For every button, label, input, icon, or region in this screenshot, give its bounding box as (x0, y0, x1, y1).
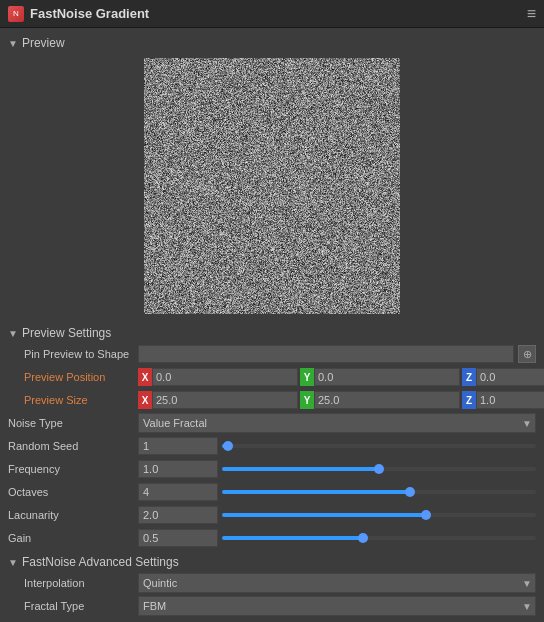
preview-size-label: Preview Size (8, 394, 138, 406)
preview-settings-label: Preview Settings (22, 326, 111, 340)
preview-size-control: X Y Z (138, 391, 544, 409)
pin-preview-control: ⊕ (138, 345, 536, 363)
gain-thumb[interactable] (358, 533, 368, 543)
pos-x-label: X (138, 368, 152, 386)
pos-z-input[interactable] (476, 368, 544, 386)
pin-preview-input[interactable] (138, 345, 514, 363)
size-x-label: X (138, 391, 152, 409)
preview-settings-header[interactable]: ▼ Preview Settings (8, 322, 536, 344)
preview-size-row: Preview Size X Y Z (8, 390, 536, 410)
octaves-label: Octaves (8, 486, 138, 498)
size-z-field: Z (462, 391, 544, 409)
size-x-field: X (138, 391, 298, 409)
pin-preview-row: Pin Preview to Shape ⊕ (8, 344, 536, 364)
frequency-track[interactable] (222, 467, 536, 471)
octaves-input[interactable] (138, 483, 218, 501)
xyz-size-row: X Y Z (138, 391, 544, 409)
interpolation-select[interactable]: Quintic Linear Hermite (138, 573, 536, 593)
frequency-input[interactable] (138, 460, 218, 478)
pin-preview-label: Pin Preview to Shape (8, 348, 138, 360)
interpolation-control: Quintic Linear Hermite ▼ (138, 573, 536, 593)
fractal-type-row: Fractal Type FBM Billow RigidMulti ▼ (8, 596, 536, 616)
random-seed-label: Random Seed (8, 440, 138, 452)
menu-icon[interactable]: ≡ (527, 5, 536, 23)
pos-y-input[interactable] (314, 368, 460, 386)
lacunarity-thumb[interactable] (421, 510, 431, 520)
main-content: ▼ Preview ▼ Preview Settings Pin Preview… (0, 28, 544, 622)
random-seed-input[interactable] (138, 437, 218, 455)
advanced-settings-label: FastNoise Advanced Settings (22, 555, 179, 569)
pos-z-field: Z (462, 368, 544, 386)
noise-type-select[interactable]: Value Fractal Value Perlin Perlin Fracta… (138, 413, 536, 433)
preview-settings-chevron: ▼ (8, 328, 18, 339)
advanced-chevron: ▼ (8, 557, 18, 568)
app-title: FastNoise Gradient (30, 6, 149, 21)
app-icon: N (8, 6, 24, 22)
size-z-label: Z (462, 391, 476, 409)
lacunarity-track[interactable] (222, 513, 536, 517)
preview-position-label: Preview Position (8, 371, 138, 383)
gain-input[interactable] (138, 529, 218, 547)
lacunarity-fill (222, 513, 426, 517)
xyz-position-row: X Y Z (138, 368, 544, 386)
random-seed-row: Random Seed (0, 436, 544, 456)
pos-x-field: X (138, 368, 298, 386)
pos-x-input[interactable] (152, 368, 298, 386)
gain-track[interactable] (222, 536, 536, 540)
noise-type-row: Noise Type Value Fractal Value Perlin Pe… (0, 413, 544, 433)
size-y-input[interactable] (314, 391, 460, 409)
frequency-control (138, 460, 536, 478)
advanced-settings-header[interactable]: ▼ FastNoise Advanced Settings (8, 551, 536, 573)
lacunarity-control (138, 506, 536, 524)
preview-chevron: ▼ (8, 38, 18, 49)
frequency-row: Frequency (0, 459, 544, 479)
noise-type-control: Value Fractal Value Perlin Perlin Fracta… (138, 413, 536, 433)
preview-section-label: Preview (22, 36, 65, 50)
interpolation-row: Interpolation Quintic Linear Hermite ▼ (8, 573, 536, 593)
preview-position-control: X Y Z (138, 368, 544, 386)
frequency-label: Frequency (8, 463, 138, 475)
random-seed-thumb[interactable] (223, 441, 233, 451)
interpolation-label: Interpolation (8, 577, 138, 589)
pos-z-label: Z (462, 368, 476, 386)
size-y-label: Y (300, 391, 314, 409)
octaves-row: Octaves (0, 482, 544, 502)
size-z-input[interactable] (476, 391, 544, 409)
fractal-type-label: Fractal Type (8, 600, 138, 612)
size-y-field: Y (300, 391, 460, 409)
preview-canvas (144, 58, 400, 314)
preview-container (0, 54, 544, 322)
preview-settings-section: ▼ Preview Settings Pin Preview to Shape … (0, 322, 544, 410)
octaves-fill (222, 490, 410, 494)
pos-y-field: Y (300, 368, 460, 386)
gain-fill (222, 536, 363, 540)
preview-position-row: Preview Position X Y Z (8, 367, 536, 387)
frequency-thumb[interactable] (374, 464, 384, 474)
pos-y-label: Y (300, 368, 314, 386)
preview-section-header[interactable]: ▼ Preview (0, 32, 544, 54)
size-x-input[interactable] (152, 391, 298, 409)
gain-control (138, 529, 536, 547)
title-bar: N FastNoise Gradient ≡ (0, 0, 544, 28)
advanced-settings-section: ▼ FastNoise Advanced Settings Interpolat… (0, 551, 544, 616)
noise-type-label: Noise Type (8, 417, 138, 429)
gain-label: Gain (8, 532, 138, 544)
frequency-fill (222, 467, 379, 471)
lacunarity-label: Lacunarity (8, 509, 138, 521)
gain-row: Gain (0, 528, 544, 548)
octaves-thumb[interactable] (405, 487, 415, 497)
random-seed-track[interactable] (222, 444, 536, 448)
fractal-type-control: FBM Billow RigidMulti ▼ (138, 596, 536, 616)
octaves-track[interactable] (222, 490, 536, 494)
pin-icon[interactable]: ⊕ (518, 345, 536, 363)
lacunarity-input[interactable] (138, 506, 218, 524)
random-seed-control (138, 437, 536, 455)
octaves-control (138, 483, 536, 501)
fractal-type-select[interactable]: FBM Billow RigidMulti (138, 596, 536, 616)
lacunarity-row: Lacunarity (0, 505, 544, 525)
